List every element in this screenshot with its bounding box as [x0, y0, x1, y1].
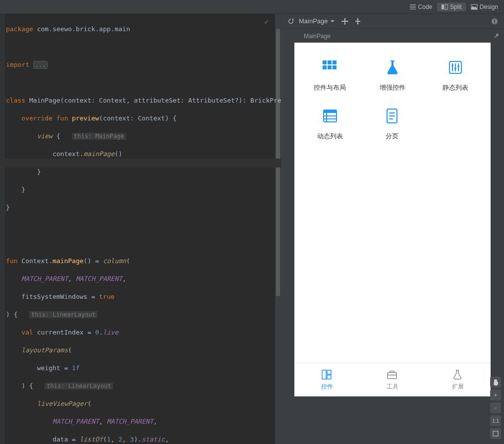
sliders-icon	[444, 56, 467, 79]
svg-rect-10	[328, 65, 332, 69]
side-controls: + − 1:1	[490, 377, 501, 439]
svg-rect-6	[323, 60, 327, 64]
grid-item-dynamic-list[interactable]: 动态列表	[299, 104, 361, 141]
svg-rect-11	[333, 65, 336, 69]
svg-rect-28	[322, 370, 326, 379]
move-v-icon[interactable]	[354, 17, 362, 25]
svg-rect-0	[442, 4, 444, 9]
fit-icon	[493, 431, 499, 437]
preview-pane: MainPage MainPage 控件与布局	[281, 14, 504, 444]
preview-label: MainPage	[304, 33, 331, 40]
component-icon	[321, 369, 334, 382]
image-icon	[471, 3, 478, 10]
zoom-ratio-button[interactable]: 1:1	[490, 415, 501, 426]
preview-title: MainPage	[299, 17, 328, 25]
grid-item-static-list[interactable]: 静态列表	[424, 56, 486, 92]
main-area: ✓ package com.seewo.brick.app.main impor…	[0, 14, 504, 444]
hand-icon	[492, 379, 499, 386]
zoom-in-button[interactable]: +	[490, 389, 501, 400]
grid-icon	[318, 56, 341, 79]
document-icon	[380, 104, 404, 128]
svg-rect-5	[494, 22, 495, 23]
split-view-button[interactable]: Split	[437, 2, 465, 11]
svg-rect-20	[324, 110, 336, 113]
svg-rect-8	[333, 60, 336, 64]
code-view-button[interactable]: Code	[405, 2, 437, 11]
flask-outline-icon	[451, 369, 464, 382]
svg-rect-4	[494, 19, 495, 22]
move-icon[interactable]	[341, 17, 349, 25]
app-content: 控件与布局 增强控件 静态列表	[294, 43, 491, 363]
design-view-button[interactable]: Design	[467, 2, 502, 11]
toolbox-icon	[386, 369, 399, 382]
grid-item-layout[interactable]: 控件与布局	[299, 56, 361, 92]
code-content[interactable]: package com.seewo.brick.app.main import …	[0, 14, 281, 444]
grid-item-pager[interactable]: 分页	[361, 104, 423, 141]
preview-header: MainPage	[281, 14, 504, 29]
device-frame: 控件与布局 增强控件 静态列表	[294, 43, 491, 396]
svg-point-17	[454, 67, 456, 69]
warning-icon[interactable]	[491, 18, 498, 25]
svg-rect-1	[445, 4, 448, 9]
zoom-out-button[interactable]: −	[490, 402, 501, 413]
flask-icon	[381, 56, 404, 79]
table-icon	[318, 104, 342, 128]
wrench-icon[interactable]	[493, 33, 500, 40]
tab-expand[interactable]: 扩展	[425, 363, 491, 396]
chevron-down-icon[interactable]	[330, 19, 335, 24]
svg-rect-9	[323, 65, 327, 69]
pan-button[interactable]	[490, 377, 501, 388]
list-icon	[409, 3, 416, 10]
svg-rect-30	[327, 375, 331, 379]
svg-rect-31	[388, 373, 396, 379]
svg-rect-29	[327, 370, 331, 374]
code-editor[interactable]: ✓ package com.seewo.brick.app.main impor…	[0, 14, 281, 444]
svg-rect-33	[493, 431, 498, 436]
app-bottom-tabbar: 控件 工具 扩展	[294, 363, 491, 396]
svg-point-18	[457, 65, 459, 67]
zoom-fit-button[interactable]	[490, 428, 501, 439]
tab-util[interactable]: 工具	[360, 363, 425, 396]
split-icon	[441, 3, 448, 10]
grid-item-enhanced[interactable]: 增强控件	[361, 56, 423, 92]
svg-point-16	[451, 64, 453, 66]
status-check-icon[interactable]: ✓	[264, 17, 269, 26]
tab-component[interactable]: 控件	[294, 363, 360, 396]
preview-label-row: MainPage	[281, 29, 504, 43]
svg-rect-7	[328, 60, 332, 64]
refresh-icon[interactable]	[287, 17, 295, 25]
view-mode-toolbar: Code Split Design	[0, 0, 504, 14]
